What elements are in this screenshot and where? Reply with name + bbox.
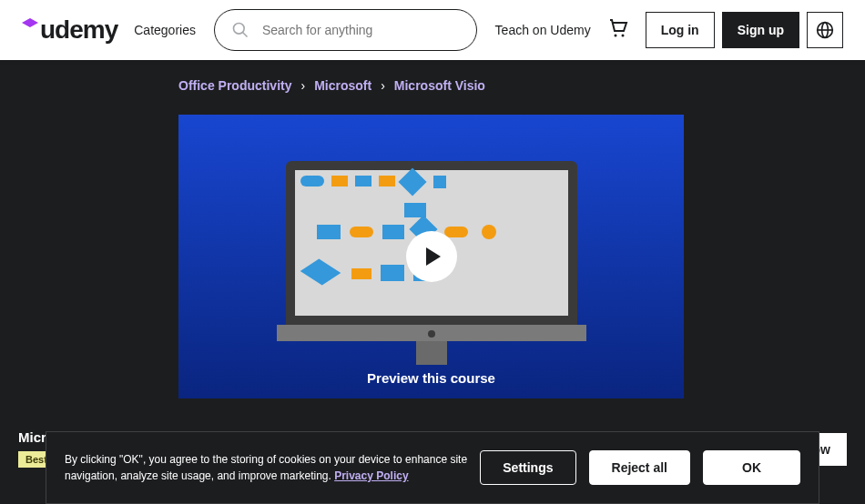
- breadcrumb: Office Productivity › Microsoft › Micros…: [0, 78, 865, 93]
- play-icon: [426, 247, 441, 266]
- breadcrumb-item-office[interactable]: Office Productivity: [178, 78, 291, 93]
- globe-icon: [816, 21, 834, 39]
- search-bar[interactable]: [214, 9, 477, 51]
- course-page: Office Productivity › Microsoft › Micros…: [0, 60, 865, 417]
- cookie-banner: By clicking "OK", you agree to the stori…: [46, 431, 819, 504]
- signup-button[interactable]: Sign up: [722, 12, 799, 48]
- teach-link[interactable]: Teach on Udemy: [495, 23, 591, 37]
- login-button[interactable]: Log in: [646, 12, 715, 48]
- cart-button[interactable]: [607, 17, 629, 43]
- main-header: udemy Categories Teach on Udemy Log in S…: [0, 0, 865, 60]
- chevron-right-icon: ›: [300, 78, 305, 93]
- course-preview[interactable]: Preview this course: [178, 115, 684, 398]
- svg-line-1: [242, 33, 247, 37]
- play-button[interactable]: [406, 231, 457, 282]
- privacy-policy-link[interactable]: Privacy Policy: [334, 469, 408, 482]
- cookie-settings-button[interactable]: Settings: [480, 450, 575, 485]
- search-icon: [231, 21, 249, 39]
- svg-point-0: [233, 24, 244, 35]
- chevron-right-icon: ›: [381, 78, 385, 93]
- logo-hat-icon: [22, 18, 38, 27]
- cookie-text: By clicking "OK", you agree to the stori…: [65, 451, 467, 484]
- categories-link[interactable]: Categories: [134, 23, 196, 37]
- breadcrumb-item-microsoft[interactable]: Microsoft: [314, 78, 371, 93]
- preview-label: Preview this course: [367, 370, 495, 386]
- svg-point-2: [614, 35, 616, 37]
- logo-text: udemy: [40, 15, 117, 45]
- breadcrumb-item-visio[interactable]: Microsoft Visio: [394, 78, 485, 93]
- cookie-ok-button[interactable]: OK: [703, 450, 800, 485]
- language-button[interactable]: [807, 12, 843, 48]
- svg-point-3: [621, 35, 624, 37]
- cookie-reject-button[interactable]: Reject all: [589, 450, 690, 485]
- cart-icon: [607, 17, 629, 39]
- udemy-logo[interactable]: udemy: [22, 15, 117, 45]
- search-input[interactable]: [262, 23, 460, 37]
